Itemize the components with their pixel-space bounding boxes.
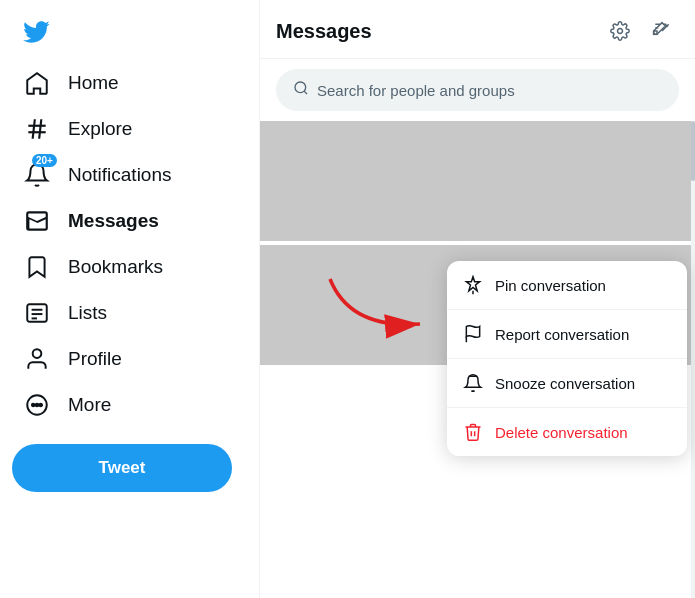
sidebar-item-messages[interactable]: Messages [12, 198, 171, 244]
svg-point-15 [295, 82, 306, 93]
hashtag-icon [24, 116, 50, 142]
svg-point-8 [33, 349, 42, 358]
settings-icon-btn[interactable] [603, 14, 637, 48]
ctx-delete-label: Delete conversation [495, 424, 628, 441]
trash-icon [463, 422, 483, 442]
ctx-snooze-label: Snooze conversation [495, 375, 635, 392]
list-icon [24, 300, 50, 326]
pin-icon [463, 275, 483, 295]
svg-point-12 [39, 404, 42, 407]
sidebar-item-explore-label: Explore [68, 118, 132, 140]
sidebar-item-bookmarks-label: Bookmarks [68, 256, 163, 278]
conversation-item-1[interactable] [260, 121, 695, 241]
sidebar-item-home[interactable]: Home [12, 60, 131, 106]
sidebar-item-more[interactable]: More [12, 382, 123, 428]
flag-icon [463, 324, 483, 344]
sidebar-item-home-label: Home [68, 72, 119, 94]
sidebar-item-profile[interactable]: Profile [12, 336, 134, 382]
header-icons [603, 14, 679, 48]
bookmark-icon [24, 254, 50, 280]
svg-point-13 [618, 29, 623, 34]
sidebar-item-bookmarks[interactable]: Bookmarks [12, 244, 175, 290]
messages-panel: Messages Search fo [260, 0, 695, 598]
ctx-report-conversation[interactable]: Report conversation [447, 310, 687, 359]
context-menu: Pin conversation Report conversation [447, 261, 687, 456]
search-placeholder-text: Search for people and groups [317, 82, 515, 99]
ctx-pin-conversation[interactable]: Pin conversation [447, 261, 687, 310]
svg-line-3 [39, 119, 41, 139]
sidebar-item-lists-label: Lists [68, 302, 107, 324]
compose-icon-btn[interactable] [645, 14, 679, 48]
sidebar-item-messages-label: Messages [68, 210, 159, 232]
svg-line-2 [33, 119, 35, 139]
sidebar-item-lists[interactable]: Lists [12, 290, 119, 336]
ctx-pin-label: Pin conversation [495, 277, 606, 294]
sidebar-item-profile-label: Profile [68, 348, 122, 370]
ctx-snooze-conversation[interactable]: Snooze conversation [447, 359, 687, 408]
conversations-list: Pin conversation Report conversation [260, 121, 695, 598]
tweet-button[interactable]: Tweet [12, 444, 232, 492]
svg-point-10 [32, 404, 35, 407]
ctx-report-label: Report conversation [495, 326, 629, 343]
sidebar-item-notifications-label: Notifications [68, 164, 172, 186]
sidebar-item-notifications[interactable]: 20+ Notifications [12, 152, 184, 198]
svg-line-16 [304, 91, 307, 94]
user-icon [24, 346, 50, 372]
search-icon [293, 80, 309, 100]
scrollbar-thumb[interactable] [691, 121, 695, 181]
bell-snooze-icon [463, 373, 483, 393]
envelope-icon [24, 208, 50, 234]
svg-rect-14 [654, 31, 657, 34]
sidebar: Home Explore 20+ Notifications Messages [0, 0, 260, 598]
sidebar-item-more-label: More [68, 394, 111, 416]
search-bar[interactable]: Search for people and groups [276, 69, 679, 111]
more-icon [24, 392, 50, 418]
scrollbar-track [691, 121, 695, 598]
messages-header: Messages [260, 0, 695, 59]
sidebar-item-explore[interactable]: Explore [12, 106, 144, 152]
ctx-delete-conversation[interactable]: Delete conversation [447, 408, 687, 456]
messages-title: Messages [276, 20, 372, 43]
twitter-logo[interactable] [12, 8, 60, 56]
notifications-badge: 20+ [32, 154, 57, 167]
home-icon [24, 70, 50, 96]
svg-point-11 [36, 404, 39, 407]
